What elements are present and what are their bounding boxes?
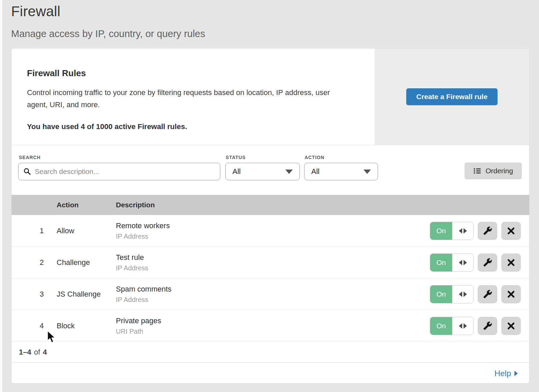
action-column-header: Action [57,201,116,209]
rule-description: Spam comments [116,285,430,294]
row-controls: On [430,285,529,303]
arrow-right-icon [464,323,467,329]
rule-description: Private pages [116,316,430,325]
toggle-handle[interactable] [452,222,473,240]
table-row: 4 Block Private pages URI Path On [11,310,529,342]
row-controls: On [430,222,529,240]
rule-priority: 1 [11,227,57,235]
wrench-icon [483,258,492,267]
arrow-left-icon [459,323,462,329]
delete-rule-button[interactable] [501,285,521,303]
toggle-on-label: On [430,317,452,335]
hero-description: Control incoming traffic to your zone by… [27,87,352,111]
ordering-button[interactable]: Ordering [465,162,522,179]
search-input[interactable] [18,163,220,180]
ordering-button-label: Ordering [485,167,513,175]
rule-description: Remote workers [116,221,430,230]
edit-rule-button[interactable] [478,285,497,303]
rule-action: Allow [57,227,116,235]
pagination: 1–4 of 4 [11,342,529,362]
table-row: 2 Challenge Test rule IP Address On [11,247,529,278]
hero-action-panel: Create a Firewall rule [375,49,529,145]
rule-description-cell: Private pages URI Path [116,316,430,335]
close-icon [507,259,515,267]
status-select-value: All [232,167,241,176]
close-icon [507,227,515,235]
arrow-left-icon [459,260,462,265]
row-controls: On [430,253,529,272]
toggle-handle[interactable] [452,317,473,335]
hero-title: Firewall Rules [27,68,361,79]
pagination-total: 4 [43,348,47,357]
rule-action: Challenge [57,258,116,267]
arrow-right-icon [514,371,518,376]
arrow-left-icon [459,292,462,297]
delete-rule-button[interactable] [501,253,521,272]
chevron-down-icon [285,170,293,174]
table-row: 1 Allow Remote workers IP Address On [11,215,529,247]
search-field-wrap [18,163,220,180]
window-edge [0,0,3,392]
arrow-right-icon [464,228,467,234]
page-title: Firewall [11,3,205,20]
filter-bar: SEARCH STATUS All ACTION All [11,145,529,195]
rule-action: JS Challenge [57,290,116,299]
arrow-right-icon [464,292,467,297]
pagination-range: 1–4 [19,348,31,357]
card-footer: Help [11,362,529,384]
delete-rule-button[interactable] [501,222,521,240]
arrow-right-icon [464,260,467,265]
rule-description-cell: Remote workers IP Address [116,221,430,240]
rule-enabled-toggle[interactable]: On [430,285,474,303]
edit-rule-button[interactable] [478,222,497,240]
table-header: Action Description [11,195,529,215]
toggle-on-label: On [430,285,452,303]
page-header: Firewall Manage access by IP, country, o… [11,3,205,39]
action-label: ACTION [305,155,324,160]
row-controls: On [430,317,529,335]
rule-match-type: IP Address [116,233,430,240]
rule-description: Test rule [116,253,430,262]
pagination-of: of [34,348,40,357]
firewall-rules-card: Firewall Rules Control incoming traffic … [11,48,530,384]
rule-priority: 4 [11,322,57,330]
toggle-on-label: On [430,254,452,271]
close-icon [507,322,515,330]
rule-match-type: IP Address [116,264,430,272]
rule-priority: 2 [11,258,57,267]
rule-match-type: IP Address [116,296,430,304]
table-row: 3 JS Challenge Spam comments IP Address … [11,278,529,310]
wrench-icon [483,226,492,235]
action-select-value: All [311,167,319,176]
edit-rule-button[interactable] [478,253,497,272]
toggle-on-label: On [430,222,452,240]
arrow-left-icon [459,228,462,234]
wrench-icon [483,321,492,330]
status-select[interactable]: All [225,163,300,180]
edit-rule-button[interactable] [478,317,497,335]
chevron-down-icon [363,170,371,174]
help-link[interactable]: Help [495,369,518,378]
rule-enabled-toggle[interactable]: On [430,317,474,335]
rule-match-type: URI Path [116,328,430,335]
toggle-handle[interactable] [452,285,473,303]
page-subtitle: Manage access by IP, country, or query r… [11,28,205,39]
create-firewall-rule-button[interactable]: Create a Firewall rule [406,88,498,105]
help-link-label: Help [495,369,511,378]
toggle-handle[interactable] [452,254,473,271]
delete-rule-button[interactable] [501,317,521,335]
action-select[interactable]: All [304,163,378,180]
hero-text-block: Firewall Rules Control incoming traffic … [11,49,375,145]
wrench-icon [483,290,492,299]
list-icon [473,167,481,175]
rule-priority: 3 [11,290,57,299]
close-icon [507,290,515,298]
description-column-header: Description [116,201,529,209]
rule-enabled-toggle[interactable]: On [430,253,474,272]
hero-section: Firewall Rules Control incoming traffic … [11,49,529,145]
search-label: SEARCH [19,155,41,160]
rule-action: Block [57,322,116,330]
rule-enabled-toggle[interactable]: On [430,222,474,240]
usage-summary: You have used 4 of 1000 active Firewall … [27,122,361,131]
rule-description-cell: Test rule IP Address [116,253,430,272]
